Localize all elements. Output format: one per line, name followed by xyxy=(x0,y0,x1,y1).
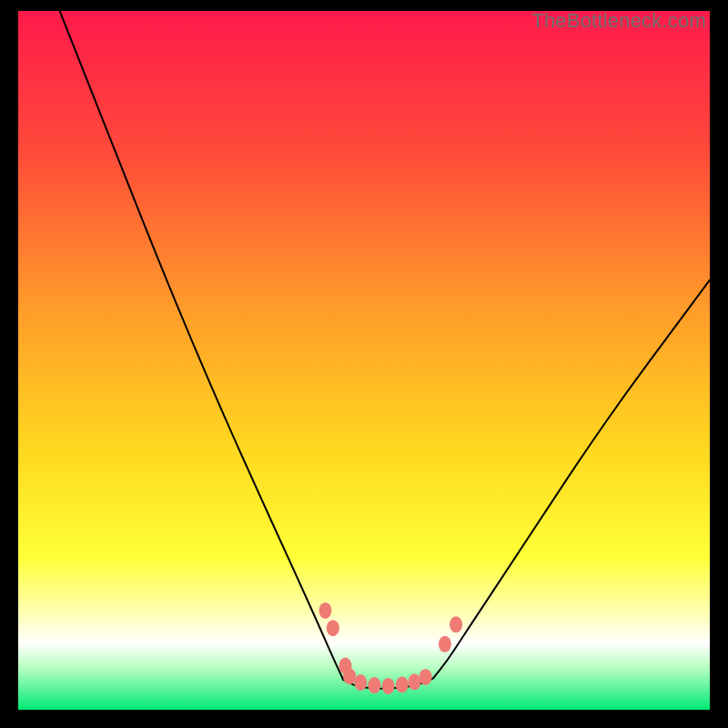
marker-dot xyxy=(354,674,367,691)
marker-dot xyxy=(318,602,331,619)
marker-dot xyxy=(420,669,432,685)
marker-dot xyxy=(439,636,451,652)
marker-dot xyxy=(343,668,356,684)
marker-dot xyxy=(327,620,339,636)
marker-dot xyxy=(396,676,409,693)
marker-dot xyxy=(450,616,462,632)
marker-dot xyxy=(368,677,380,693)
marker-dot xyxy=(408,673,420,690)
watermark-text: TheBottleneck.com xyxy=(531,9,706,33)
marker-dot xyxy=(382,678,395,694)
chart-svg xyxy=(18,11,710,710)
chart-panel xyxy=(18,11,710,710)
gradient-background xyxy=(18,11,710,710)
chart-stage: TheBottleneck.com xyxy=(0,0,728,728)
